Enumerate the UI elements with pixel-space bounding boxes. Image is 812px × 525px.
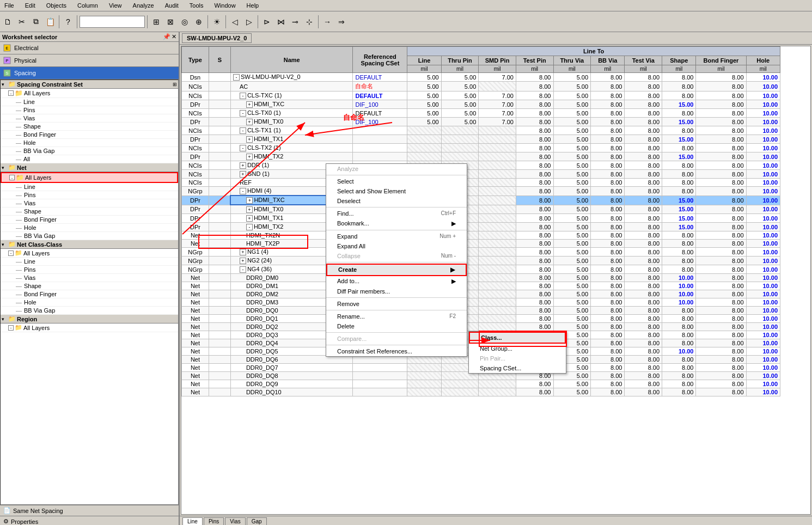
cell-line[interactable] — [407, 135, 441, 144]
menu-view[interactable]: View — [107, 1, 124, 10]
cell-bbvia[interactable]: 8.00 — [591, 161, 625, 170]
cell-thruvia[interactable]: 5.00 — [553, 118, 591, 126]
cell-line[interactable] — [407, 388, 441, 396]
table-row[interactable]: NetDDR0_DM28.005.008.008.0010.008.0010.0… — [182, 290, 780, 298]
cell-bbvia[interactable]: 8.00 — [591, 364, 625, 372]
cell-ref[interactable]: DIF_100 — [353, 100, 407, 109]
menu-column[interactable]: Column — [75, 1, 100, 10]
cell-ref[interactable]: DEFAULT — [353, 91, 407, 100]
cell-bondfinger[interactable]: 8.00 — [696, 179, 746, 187]
cell-smdpin[interactable] — [479, 214, 516, 223]
cell-bbvia[interactable]: 8.00 — [591, 152, 625, 161]
cell-bondfinger[interactable]: 8.00 — [696, 274, 746, 282]
cell-thruvia[interactable]: 5.00 — [553, 380, 591, 388]
toolbar-filter4[interactable]: ⊹ — [303, 15, 316, 28]
cell-shape[interactable]: 8.00 — [662, 331, 696, 339]
cell-testva[interactable]: 8.00 — [625, 109, 662, 118]
cell-testpin[interactable]: 8.00 — [516, 214, 553, 223]
cell-shape[interactable]: 8.00 — [662, 179, 696, 187]
scs-al-hole[interactable]: — Hole — [1, 139, 178, 147]
cell-testva[interactable]: 8.00 — [625, 100, 662, 109]
cell-name[interactable]: -CLS-TXC (1) — [230, 91, 353, 100]
cell-thruvia[interactable]: 5.00 — [553, 290, 591, 298]
cell-testpin[interactable]: 8.00 — [516, 118, 553, 126]
cell-ref[interactable] — [353, 144, 407, 152]
cell-bondfinger[interactable]: 8.00 — [696, 347, 746, 356]
cell-bbvia[interactable]: 8.00 — [591, 388, 625, 396]
cell-smdpin[interactable]: 7.00 — [479, 91, 516, 100]
table-row[interactable]: NetHDMI_TX2P8.005.008.008.008.008.0010.0… — [182, 240, 780, 248]
cell-bondfinger[interactable]: 8.00 — [696, 91, 746, 100]
cell-name[interactable]: +HDMI_TX1 — [230, 135, 353, 144]
cell-name[interactable]: -CLS-TX2 (1) — [230, 144, 353, 152]
cell-thruvia[interactable]: 5.00 — [553, 73, 591, 82]
cell-hole[interactable]: 10.00 — [746, 144, 780, 152]
cell-bondfinger[interactable]: 8.00 — [696, 323, 746, 331]
cell-bondfinger[interactable]: 8.00 — [696, 290, 746, 298]
toolbar-arrow-right[interactable]: → — [321, 15, 334, 28]
table-row[interactable]: NCIs+GND (1)8.005.008.008.008.008.0010.0… — [182, 170, 780, 179]
cell-bondfinger[interactable]: 8.00 — [696, 364, 746, 372]
cell-shape[interactable]: 8.00 — [662, 82, 696, 91]
cell-bbvia[interactable]: 8.00 — [591, 170, 625, 179]
ncc-all-layers[interactable]: - 📁 All Layers — [1, 249, 178, 258]
cell-testva[interactable]: 8.00 — [625, 205, 662, 214]
cell-thruvia[interactable]: 5.00 — [553, 170, 591, 179]
cell-smdpin[interactable] — [479, 223, 516, 231]
cell-bbvia[interactable]: 8.00 — [591, 205, 625, 214]
cell-testpin[interactable]: 8.00 — [516, 144, 553, 152]
cell-testpin[interactable]: 8.00 — [516, 388, 553, 396]
cell-bondfinger[interactable]: 8.00 — [696, 339, 746, 347]
toolbar-arrow-right2[interactable]: ⇒ — [335, 15, 348, 28]
cell-thruvia[interactable]: 5.00 — [553, 196, 591, 205]
cell-bbvia[interactable]: 8.00 — [591, 307, 625, 315]
cell-name[interactable]: +HDMI_TX2 — [230, 152, 353, 161]
toolbar-search-input[interactable] — [80, 16, 145, 28]
cell-smdpin[interactable] — [479, 179, 516, 187]
cell-smdpin[interactable] — [479, 196, 516, 205]
cell-bbvia[interactable]: 8.00 — [591, 257, 625, 265]
cell-smdpin[interactable] — [479, 323, 516, 331]
cell-hole[interactable]: 10.00 — [746, 152, 780, 161]
table-row[interactable]: DPr+HDMI_TX08.005.008.008.0015.008.0010.… — [182, 205, 780, 214]
cell-shape[interactable]: 15.00 — [662, 152, 696, 161]
cell-line[interactable] — [407, 126, 441, 135]
menu-edit[interactable]: Edit — [23, 1, 38, 10]
cell-testva[interactable]: 8.00 — [625, 73, 662, 82]
cell-hole[interactable]: 10.00 — [746, 323, 780, 331]
cell-ref[interactable] — [353, 380, 407, 388]
net-al-bondfinger[interactable]: — Bond Finger — [1, 216, 178, 224]
cell-shape[interactable]: 8.00 — [662, 388, 696, 396]
cell-line[interactable] — [407, 144, 441, 152]
cell-ref[interactable] — [353, 388, 407, 396]
net-section-header[interactable]: ▾ 📁 Net — [1, 163, 178, 172]
cell-smdpin[interactable] — [479, 307, 516, 315]
cell-smdpin[interactable] — [479, 298, 516, 307]
cell-name[interactable]: -SW-LMDU-MPU-V2_0 — [230, 73, 353, 82]
cell-bbvia[interactable]: 8.00 — [591, 214, 625, 223]
cell-thruvia[interactable]: 5.00 — [553, 265, 591, 274]
cell-smdpin[interactable] — [479, 205, 516, 214]
cell-bbvia[interactable]: 8.00 — [591, 179, 625, 187]
cell-name[interactable]: +HDMI_TXC — [230, 100, 353, 109]
menu-help[interactable]: Help — [245, 1, 261, 10]
ncc-al-shape[interactable]: — Shape — [1, 282, 178, 290]
table-row[interactable]: NetDDR0_DQ98.005.008.008.008.008.0010.00 — [182, 380, 780, 388]
toolbar-sun[interactable]: ☀ — [210, 15, 223, 28]
cell-bondfinger[interactable]: 8.00 — [696, 82, 746, 91]
cell-testpin[interactable]: 8.00 — [516, 109, 553, 118]
toolbar-help[interactable]: ? — [62, 15, 75, 28]
cell-bondfinger[interactable]: 8.00 — [696, 170, 746, 179]
net-collapse-icon[interactable]: ▾ — [2, 165, 7, 170]
cell-testpin[interactable]: 8.00 — [516, 73, 553, 82]
cell-bbvia[interactable]: 8.00 — [591, 82, 625, 91]
cell-testva[interactable]: 8.00 — [625, 240, 662, 248]
net-al-pins[interactable]: — Pins — [1, 191, 178, 199]
cell-bondfinger[interactable]: 8.00 — [696, 231, 746, 240]
ncc-header[interactable]: ▾ 📁 Net Class-Class — [1, 240, 178, 249]
ctx-create[interactable]: Create▶ — [326, 264, 467, 276]
cell-thruvia[interactable]: 5.00 — [553, 274, 591, 282]
cell-bondfinger[interactable]: 8.00 — [696, 135, 746, 144]
cell-hole[interactable]: 10.00 — [746, 331, 780, 339]
cell-hole[interactable]: 10.00 — [746, 91, 780, 100]
